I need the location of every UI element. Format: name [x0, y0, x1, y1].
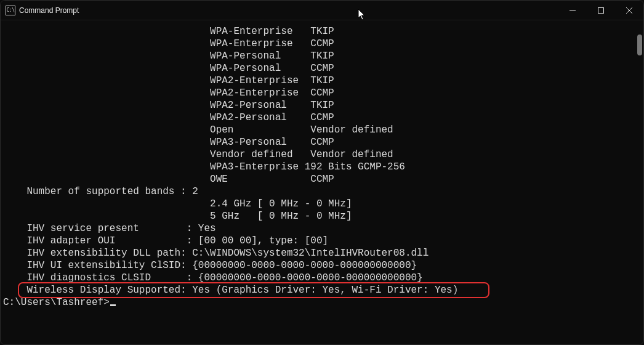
- output-line: WPA2-Personal TKIP: [3, 99, 635, 112]
- close-button[interactable]: [615, 1, 643, 20]
- minimize-icon: [570, 7, 576, 14]
- output-line: C:\Users\Tashreef>: [3, 296, 635, 309]
- text-cursor: [110, 304, 116, 306]
- output-line: WPA-Personal CCMP: [3, 62, 635, 75]
- command-prompt-window: C:\ Command Prompt WPA-Enterprise TKIP: [0, 0, 644, 345]
- output-line: IHV UI extensibility ClSID: {00000000-00…: [3, 259, 635, 272]
- output-line: WPA2-Enterprise CCMP: [3, 87, 635, 99]
- output-line: WPA3-Personal CCMP: [3, 136, 635, 148]
- output-line: WPA-Personal TKIP: [3, 50, 635, 62]
- output-line: WPA3-Enterprise 192 Bits GCMP-256: [3, 161, 635, 173]
- titlebar[interactable]: C:\ Command Prompt: [1, 1, 643, 20]
- output-line: Open Vendor defined: [3, 124, 635, 136]
- output-line: IHV extensibility DLL path: C:\WINDOWS\s…: [3, 247, 635, 259]
- vertical-scrollbar[interactable]: [637, 25, 642, 333]
- output-line: Wireless Display Supported: Yes (Graphic…: [3, 284, 635, 296]
- maximize-icon: [598, 7, 604, 14]
- window-title: Command Prompt: [19, 6, 79, 15]
- minimize-button[interactable]: [558, 1, 587, 20]
- output-line: IHV adapter OUI : [00 00 00], type: [00]: [3, 235, 635, 247]
- output-line: 2.4 GHz [ 0 MHz - 0 MHz]: [3, 198, 635, 210]
- output-line: WPA2-Enterprise TKIP: [3, 75, 635, 87]
- close-icon: [626, 7, 632, 14]
- output-line: OWE CCMP: [3, 173, 635, 185]
- maximize-button[interactable]: [587, 1, 615, 20]
- scrollbar-thumb[interactable]: [637, 34, 642, 55]
- output-line: Vendor defined Vendor defined: [3, 148, 635, 161]
- output-line: WPA2-Personal CCMP: [3, 112, 635, 124]
- output-line: WPA-Enterprise TKIP: [3, 25, 635, 38]
- terminal-output[interactable]: WPA-Enterprise TKIP WPA-Enterprise CCMP …: [1, 20, 643, 344]
- output-line: IHV diagnostics CLSID : {00000000-0000-0…: [3, 272, 635, 284]
- output-line: Number of supported bands : 2: [3, 185, 635, 198]
- output-line: 5 GHz [ 0 MHz - 0 MHz]: [3, 210, 635, 222]
- cmd-icon: C:\: [6, 6, 15, 15]
- output-line: WPA-Enterprise CCMP: [3, 38, 635, 50]
- output-line: IHV service present : Yes: [3, 222, 635, 235]
- svg-rect-1: [598, 7, 604, 13]
